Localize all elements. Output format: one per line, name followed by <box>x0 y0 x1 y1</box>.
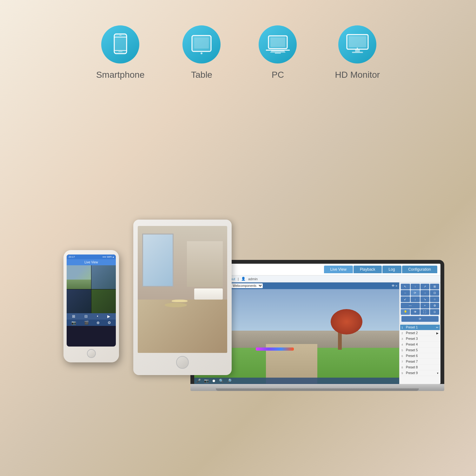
tablet-label: Table <box>191 70 212 80</box>
ptz-up-right[interactable]: ↗ <box>420 284 430 289</box>
ptz-down-left[interactable]: ↙ <box>401 296 410 302</box>
tablet-screen <box>138 226 227 353</box>
ptz-down[interactable]: ↓ <box>411 296 420 302</box>
preset-item-3[interactable]: 3 Preset 3 <box>400 336 440 342</box>
ptz-down-right[interactable]: ↘ <box>420 296 430 302</box>
svg-rect-16 <box>275 53 281 54</box>
preset-num-8: 8 <box>401 366 406 369</box>
ptz-ir[interactable]: 👁 <box>411 309 420 315</box>
phone-status-bar: 20:17 ▪▪▪▪ WiFi ▴ <box>67 255 116 259</box>
preset-edit-1[interactable]: ✏ <box>436 326 439 329</box>
devices-section: 20:17 ▪▪▪▪ WiFi ▴ Live View <box>0 99 476 400</box>
preset-item-5[interactable]: 5 Preset 5 <box>400 347 440 353</box>
separator-2: | <box>238 277 239 281</box>
phone-toolbar: 📷 🎬 ⊕ ⚙ <box>67 320 116 326</box>
ptz-row-1: ↖ ↑ ↗ ⊞ <box>401 284 439 289</box>
preset-label-8: Preset 8 <box>406 366 418 369</box>
stream-select[interactable]: Webcomponents <box>230 283 263 288</box>
video-bottom-controls: 🎤 📷 ⏺ 🔍 🔎 <box>194 378 399 384</box>
ptz-up[interactable]: ↑ <box>411 284 420 289</box>
phone-4view-icon: ⊟ <box>84 314 88 319</box>
phone-cam-4 <box>91 289 116 313</box>
ptz-speed[interactable]: ⚙ <box>430 303 439 308</box>
ptz-center[interactable]: ⟳ <box>411 290 420 296</box>
device-icons-section: Smartphone Table PC <box>0 0 476 99</box>
smartphone-circle <box>101 25 139 63</box>
user-icon: 👤 <box>241 277 246 281</box>
svg-rect-21 <box>352 52 363 53</box>
phone-home-button[interactable] <box>87 349 96 358</box>
preset-item-1[interactable]: 1 Preset 1 ✏ <box>400 325 440 330</box>
svg-point-10 <box>201 52 202 54</box>
ptz-row-2: ← ⟳ → ⊡ <box>401 290 439 296</box>
phone-bottom-controls: ⊞ ⊟ • ▶ <box>67 313 116 320</box>
preset-label-4: Preset 4 <box>406 343 418 346</box>
svg-rect-20 <box>355 49 360 52</box>
ptz-icon: 👁 » <box>392 284 397 288</box>
phone-video-icon: 🎬 <box>84 321 89 325</box>
ptz-zoom-home[interactable]: ⊡ <box>430 290 439 296</box>
ptz-capture[interactable]: ⊙ <box>430 309 439 315</box>
pc-label: PC <box>272 70 284 80</box>
preset-item-8[interactable]: 8 Preset 8 <box>400 365 440 370</box>
preset-num-2: 2 <box>401 332 406 335</box>
preset-num-5: 5 <box>401 349 406 352</box>
record-icon[interactable]: ⏺ <box>212 379 216 383</box>
tab-configuration[interactable]: Configuration <box>402 266 437 273</box>
preset-edit-2[interactable]: ▶ <box>436 332 439 335</box>
phone-cam-2 <box>91 265 116 289</box>
phone-ptz-icon: ⊕ <box>96 321 100 325</box>
phone-dot-icon: • <box>97 314 98 319</box>
ptz-left[interactable]: ← <box>401 290 410 296</box>
tablet-icon <box>190 34 213 55</box>
ptz-zoom-in[interactable]: — <box>401 303 420 308</box>
tab-playback[interactable]: Playback <box>354 266 382 273</box>
phone-settings-icon: ⚙ <box>108 321 111 325</box>
preset-item-4[interactable]: 4 Preset 4 <box>400 342 440 347</box>
zoom-in-icon[interactable]: 🔍 <box>219 379 224 383</box>
phone-camera-grid <box>67 265 116 313</box>
phone-app-header: Live View <box>67 259 116 265</box>
device-tablet: Table <box>182 25 221 80</box>
preset-item-9[interactable]: 9 Preset 9 ▾ <box>400 370 440 376</box>
video-tree-foliage <box>331 309 362 334</box>
snapshot-icon[interactable]: 📷 <box>204 379 209 383</box>
preset-item-2[interactable]: 2 Preset 2 ▶ <box>400 330 440 336</box>
phone-cam-icon: 📷 <box>71 321 76 325</box>
mic-icon[interactable]: 🎤 <box>196 379 201 383</box>
ptz-extra[interactable]: ☆ <box>430 296 439 302</box>
preset-scroll-down[interactable]: ▾ <box>437 372 439 375</box>
ptz-zoom-out[interactable]: + <box>420 303 430 308</box>
ptz-fullscreen[interactable]: ⛶ <box>420 309 430 315</box>
ptz-right[interactable]: → <box>420 290 430 296</box>
preset-num-1: 1 <box>401 326 406 329</box>
preset-label-3: Preset 3 <box>406 337 418 340</box>
preset-label-9: Preset 9 <box>406 371 418 375</box>
preset-item-7[interactable]: 7 Preset 7 <box>400 359 440 365</box>
phone-grid-icon: ⊞ <box>72 314 75 319</box>
preset-item-6[interactable]: 6 Preset 6 <box>400 353 440 359</box>
smartphone-icon <box>112 33 129 56</box>
ptz-preset[interactable]: ⊞ <box>430 284 439 289</box>
preset-num-3: 3 <box>401 337 406 340</box>
preset-label-5: Preset 5 <box>406 348 418 352</box>
phone-time: 20:17 <box>69 255 75 258</box>
ptz-tour-btn[interactable]: ⟳ <box>401 316 439 322</box>
tablet-device <box>133 220 232 375</box>
pc-circle <box>259 25 297 63</box>
phone-shell: 20:17 ▪▪▪▪ WiFi ▴ Live View <box>63 250 119 362</box>
ptz-control-panel: ↖ ↑ ↗ ⊞ ← ⟳ → ⊡ <box>400 282 440 324</box>
svg-rect-6 <box>119 35 122 36</box>
preset-label-1: Preset 1 <box>406 326 418 329</box>
preset-num-4: 4 <box>401 343 406 346</box>
ptz-light[interactable]: 💡 <box>401 309 410 315</box>
phone-cam-3 <box>67 289 91 313</box>
monitor-circle <box>338 25 376 63</box>
tab-live-view[interactable]: Live View <box>324 266 353 273</box>
preset-num-7: 7 <box>401 360 406 363</box>
tablet-home-button[interactable] <box>176 356 189 369</box>
zoom-out-icon[interactable]: 🔎 <box>227 379 232 383</box>
tab-log[interactable]: Log <box>382 266 401 273</box>
ptz-up-left[interactable]: ↖ <box>401 284 410 289</box>
phone-play-icon: ▶ <box>107 314 110 319</box>
